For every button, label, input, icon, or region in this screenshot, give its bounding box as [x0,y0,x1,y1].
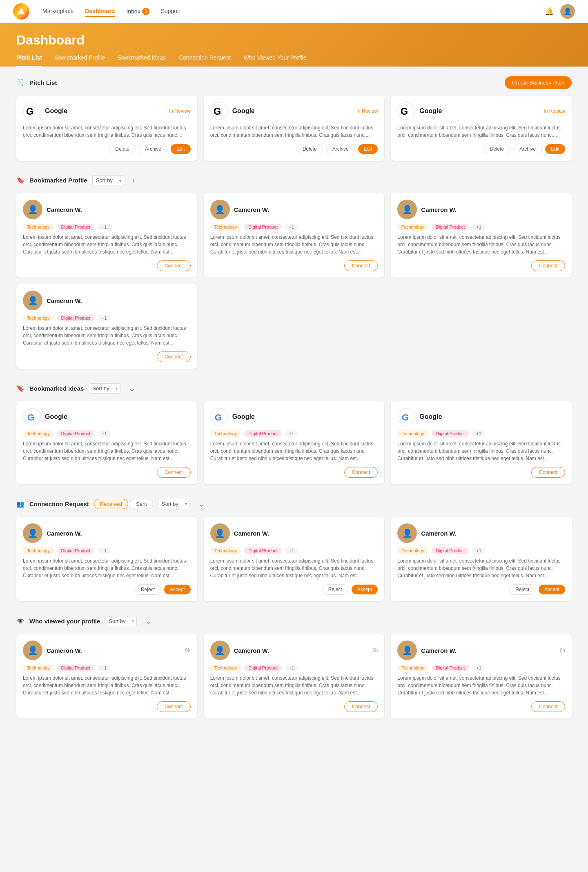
nav-marketplace[interactable]: Marketplace [42,6,74,17]
reject-button[interactable]: Reject [322,584,348,595]
connection-actions: Reject Accept [397,584,565,595]
inbox-badge: 3 [142,8,149,15]
connect-button[interactable]: Connect [531,467,565,478]
bookmark-icon: 🔖 [16,176,24,184]
archive-button[interactable]: Archive [326,144,355,154]
reject-button[interactable]: Reject [509,584,535,595]
tag-technology: Technology [210,430,241,437]
tag-plus: +1 [285,665,298,671]
edit-button[interactable]: Edit [545,144,565,154]
connect-button[interactable]: Connect [157,467,191,478]
pitch-list-icon: 🗒️ [16,79,24,87]
company-logo: G [210,102,228,120]
bookmarked-ideas-title: Bookmarked Ideas [29,385,84,392]
profile-avatar: 👤 [23,523,42,543]
connect-button[interactable]: Connect [531,260,565,271]
company-logo: G [23,102,41,120]
company-name: Google [232,107,255,115]
pitch-card: G Google In Review Lorem ipsum dolor sit… [204,96,385,161]
logo[interactable] [13,3,29,20]
profile-name: Cameron W. [234,530,270,537]
pitch-list-header: 🗒️ Pitch List Create Business Pitch [16,76,572,89]
pitch-status: In Review [169,108,191,114]
header-banner: Dashboard Pitch List Bookmarked Profile … [0,23,588,67]
svg-text:G: G [26,106,33,117]
pitch-list-title: Pitch List [29,79,57,86]
pitch-card-actions: Delete Archive Edit [397,144,565,154]
reject-button[interactable]: Reject [135,584,161,595]
connect-button[interactable]: Connect [344,467,378,478]
edit-button[interactable]: Edit [358,144,378,154]
tag-technology: Technology [397,224,428,230]
tag-digital-product: Digital Product [244,665,282,671]
user-avatar[interactable]: 👤 [560,4,575,19]
profile-tags: Technology Digital Product +1 [397,223,565,230]
idea-logo: G [210,408,228,426]
company-name: Google [419,107,442,115]
profile-card-header: 👤 Cameron W. [23,200,191,219]
bookmark-ideas-icon: 🔖 [16,385,24,392]
svg-text:G: G [401,106,408,117]
accept-button[interactable]: Accept [539,585,565,594]
tag-plus: +1 [285,430,298,437]
sort-select[interactable]: Sort by Newest Oldest A-Z [89,383,120,394]
sort-select[interactable]: Sort by Newest Oldest A-Z [92,175,124,185]
connect-button[interactable]: Connect [344,701,378,712]
connection-description: Lorem ipsum dolor sit amet, consectetur … [210,557,378,579]
tab-bookmarked-ideas[interactable]: Bookmarked Ideas [118,54,166,67]
connection-card-header: 👤 Cameron W. [210,523,378,543]
delete-button[interactable]: Delete [484,144,510,154]
tab-pitch-list[interactable]: Pitch List [16,54,42,67]
who-viewed-header: 👁️ Who viewed your profile Sort by Newes… [16,614,572,627]
profile-card: 👤 Cameron W. Technology Digital Product … [204,193,385,278]
pitch-description: Lorem ipsum dolor sit amet, consectetur … [397,124,565,139]
archive-button[interactable]: Archive [139,144,167,154]
profile-avatar: 👤 [210,200,230,219]
collapse-button[interactable]: ⌄ [142,614,155,627]
main-content: 🗒️ Pitch List Create Business Pitch G Go… [0,67,588,741]
collapse-button[interactable]: ⌄ [195,497,208,510]
sort-select[interactable]: Sort by Newest Oldest [105,616,137,626]
tab-received[interactable]: Received [94,499,128,509]
bookmarked-ideas-section: 🔖 Bookmarked Ideas Sort by Newest Oldest… [16,382,572,484]
profile-avatar: 👤 [23,291,42,310]
tab-bookmarked-profile[interactable]: Bookmarked Profile [55,54,105,67]
nav-links: Marketplace Dashboard Inbox 3 Support [42,6,532,17]
profile-description: Lorem ipsum dolor sit amet, consectetur … [397,234,565,256]
connection-card: 👤 Cameron W. Technology Digital Product … [16,517,197,601]
tab-who-viewed[interactable]: Who Viewed Your Profile [244,54,307,67]
edit-button[interactable]: Edit [171,144,191,154]
nav-support[interactable]: Support [161,6,181,17]
accept-button[interactable]: Accept [352,585,378,594]
pitch-status: In Review [356,108,378,114]
bookmarked-profile-cards: 👤 Cameron W. Technology Digital Product … [16,193,572,278]
connect-button[interactable]: Connect [157,351,191,362]
connection-tags: Technology Digital Product +1 [397,547,565,554]
connection-card-header: 👤 Cameron W. [397,523,565,543]
view-time: 6h [560,647,565,653]
delete-button[interactable]: Delete [296,144,323,154]
tag-digital-product: Digital Product [57,430,95,437]
collapse-button[interactable]: ⌄ [125,382,139,395]
sort-select[interactable]: Sort by Newest Oldest [158,499,190,509]
delete-button[interactable]: Delete [109,144,136,154]
archive-button[interactable]: Archive [513,144,542,154]
tab-sent[interactable]: Sent [130,499,153,509]
connect-button[interactable]: Connect [531,701,565,712]
nav-dashboard[interactable]: Dashboard [85,6,115,17]
create-business-pitch-button[interactable]: Create Business Pitch [505,76,572,89]
tag-digital-product: Digital Product [244,430,282,437]
accept-button[interactable]: Accept [164,585,191,594]
idea-card: G Google Technology Digital Product +1 L… [391,401,572,484]
bookmarked-profile-row2: 👤 Cameron W. Technology Digital Product … [16,284,572,369]
nav-inbox-wrapper[interactable]: Inbox 3 [126,6,149,17]
connect-button[interactable]: Connect [157,260,191,271]
bell-icon[interactable]: 🔔 [545,7,554,16]
tab-connection-request[interactable]: Connection Request [179,54,231,67]
idea-description: Lorem ipsum dolor sit amet, consectetur … [397,440,565,462]
connect-button[interactable]: Connect [344,260,378,271]
connect-button[interactable]: Connect [157,701,191,712]
svg-text:G: G [27,412,35,423]
sort-wrapper: Sort by Newest Oldest A-Z [89,383,120,394]
collapse-button[interactable]: › [129,174,138,187]
